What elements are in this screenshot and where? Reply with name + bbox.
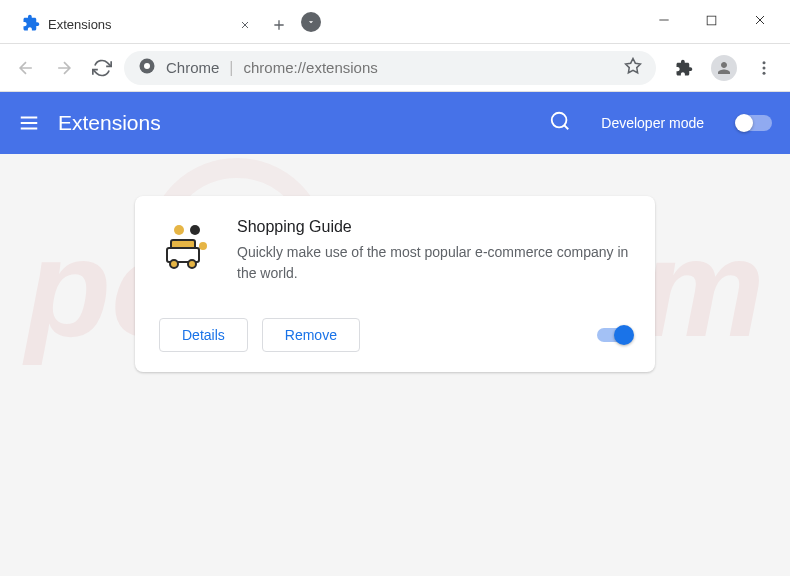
svg-rect-0 xyxy=(707,16,716,25)
chrome-logo-icon xyxy=(138,57,156,79)
profile-button[interactable] xyxy=(708,52,740,84)
extensions-icon[interactable] xyxy=(668,52,700,84)
menu-button[interactable] xyxy=(748,52,780,84)
omnibox[interactable]: Chrome | chrome://extensions xyxy=(124,51,656,85)
svg-point-9 xyxy=(190,225,200,235)
svg-point-10 xyxy=(199,242,207,250)
maximize-button[interactable] xyxy=(701,9,722,35)
puzzle-icon xyxy=(22,14,40,36)
address-bar-row: Chrome | chrome://extensions xyxy=(0,44,790,92)
omnibox-url: chrome://extensions xyxy=(244,59,378,76)
details-button[interactable]: Details xyxy=(159,318,248,352)
extension-card: Shopping Guide Quickly make use of the m… xyxy=(135,196,655,372)
back-button[interactable] xyxy=(10,52,42,84)
extension-name: Shopping Guide xyxy=(237,218,631,236)
svg-point-2 xyxy=(144,63,150,69)
svg-point-13 xyxy=(170,260,178,268)
close-window-button[interactable] xyxy=(748,8,772,36)
new-tab-button[interactable] xyxy=(265,6,293,43)
svg-point-6 xyxy=(763,71,766,74)
svg-point-7 xyxy=(552,113,567,128)
omnibox-chrome-label: Chrome xyxy=(166,59,219,76)
svg-marker-3 xyxy=(626,58,641,72)
extension-icon xyxy=(159,218,215,274)
extensions-header: Extensions Developer mode xyxy=(0,92,790,154)
search-button[interactable] xyxy=(549,110,571,136)
extension-enable-toggle[interactable] xyxy=(597,328,631,342)
minimize-button[interactable] xyxy=(653,9,675,35)
remove-button[interactable]: Remove xyxy=(262,318,360,352)
reload-button[interactable] xyxy=(86,52,118,84)
forward-button[interactable] xyxy=(48,52,80,84)
close-tab-button[interactable] xyxy=(237,17,253,33)
window-titlebar: Extensions xyxy=(0,0,790,44)
browser-tab[interactable]: Extensions xyxy=(10,6,265,43)
avatar-icon xyxy=(711,55,737,81)
window-controls xyxy=(653,0,790,43)
svg-point-5 xyxy=(763,66,766,69)
content-area: Shopping Guide Quickly make use of the m… xyxy=(0,154,790,372)
omnibox-separator: | xyxy=(229,59,233,77)
developer-mode-toggle[interactable] xyxy=(736,115,772,131)
bookmark-star-icon[interactable] xyxy=(624,57,642,79)
svg-point-14 xyxy=(188,260,196,268)
tab-title: Extensions xyxy=(48,17,229,32)
svg-point-4 xyxy=(763,61,766,64)
extension-description: Quickly make use of the most popular e-c… xyxy=(237,242,631,284)
tab-search-button[interactable] xyxy=(301,12,321,32)
svg-point-8 xyxy=(174,225,184,235)
hamburger-menu-button[interactable] xyxy=(18,112,40,134)
developer-mode-label: Developer mode xyxy=(601,115,704,131)
page-title: Extensions xyxy=(58,111,161,135)
